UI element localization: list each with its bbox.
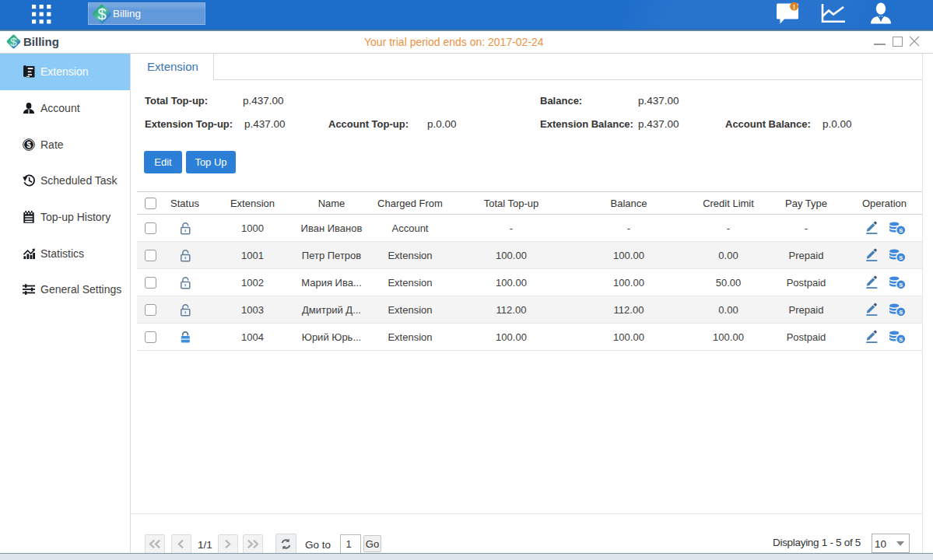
svg-text:$: $ bbox=[26, 140, 31, 149]
svg-text:s: s bbox=[899, 335, 903, 343]
svg-text:$: $ bbox=[97, 5, 106, 23]
svg-text:s: s bbox=[899, 308, 903, 316]
svg-text:s: s bbox=[899, 254, 903, 261]
svg-text:!: ! bbox=[793, 3, 795, 11]
svg-text:s: s bbox=[899, 281, 903, 289]
svg-text:s: s bbox=[899, 226, 903, 234]
svg-text:$: $ bbox=[10, 35, 17, 48]
